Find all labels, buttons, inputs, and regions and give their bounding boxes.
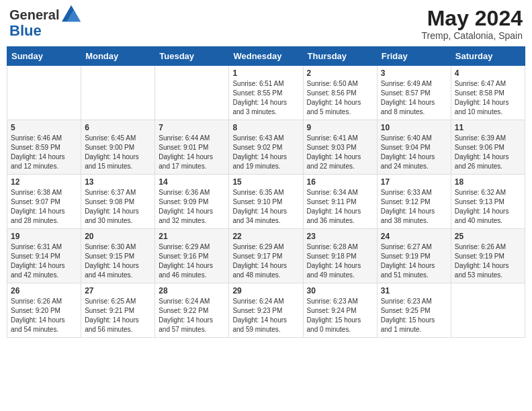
sunrise: Sunrise: 6:36 AM xyxy=(159,188,225,197)
daylight: Daylight: 14 hours and 57 minutes. xyxy=(159,316,225,334)
sunrise: Sunrise: 6:39 AM xyxy=(455,134,521,143)
calendar-cell: 29 Sunrise: 6:24 AM Sunset: 9:23 PM Dayl… xyxy=(229,283,303,338)
day-info: Sunrise: 6:43 AM Sunset: 9:02 PM Dayligh… xyxy=(232,134,299,171)
sunset: Sunset: 9:15 PM xyxy=(85,252,151,261)
sunset: Sunset: 8:55 PM xyxy=(232,89,299,98)
calendar-cell: 30 Sunrise: 6:23 AM Sunset: 9:24 PM Dayl… xyxy=(303,283,377,338)
day-info: Sunrise: 6:24 AM Sunset: 9:23 PM Dayligh… xyxy=(232,297,299,334)
day-info: Sunrise: 6:29 AM Sunset: 9:17 PM Dayligh… xyxy=(232,242,299,280)
daylight: Daylight: 14 hours and 10 minutes. xyxy=(455,98,521,117)
day-number: 18 xyxy=(455,177,521,187)
col-friday: Friday xyxy=(377,47,451,66)
day-info: Sunrise: 6:23 AM Sunset: 9:25 PM Dayligh… xyxy=(381,297,447,334)
calendar-cell: 21 Sunrise: 6:29 AM Sunset: 9:16 PM Dayl… xyxy=(155,229,229,283)
day-info: Sunrise: 6:26 AM Sunset: 9:19 PM Dayligh… xyxy=(455,242,521,280)
sunrise: Sunrise: 6:24 AM xyxy=(159,297,225,306)
calendar-cell: 19 Sunrise: 6:31 AM Sunset: 9:14 PM Dayl… xyxy=(7,229,81,283)
daylight: Daylight: 14 hours and 8 minutes. xyxy=(381,98,447,117)
sunset: Sunset: 9:04 PM xyxy=(381,143,447,152)
day-info: Sunrise: 6:29 AM Sunset: 9:16 PM Dayligh… xyxy=(159,242,225,280)
calendar-cell: 3 Sunrise: 6:49 AM Sunset: 8:57 PM Dayli… xyxy=(377,66,451,120)
calendar-cell: 20 Sunrise: 6:30 AM Sunset: 9:15 PM Dayl… xyxy=(81,229,155,283)
sunrise: Sunrise: 6:47 AM xyxy=(455,79,521,89)
sunset: Sunset: 9:21 PM xyxy=(85,306,151,316)
sunrise: Sunrise: 6:26 AM xyxy=(455,242,521,252)
day-info: Sunrise: 6:40 AM Sunset: 9:04 PM Dayligh… xyxy=(381,134,447,171)
day-number: 30 xyxy=(307,286,373,295)
col-wednesday: Wednesday xyxy=(229,47,303,66)
day-info: Sunrise: 6:24 AM Sunset: 9:22 PM Dayligh… xyxy=(159,297,225,334)
day-number: 1 xyxy=(232,68,299,78)
logo-text-blue: Blue xyxy=(9,23,42,39)
daylight: Daylight: 14 hours and 34 minutes. xyxy=(232,207,299,226)
sunset: Sunset: 9:20 PM xyxy=(11,306,77,316)
daylight: Daylight: 14 hours and 59 minutes. xyxy=(232,316,299,334)
day-number: 20 xyxy=(85,232,151,241)
day-number: 10 xyxy=(381,123,447,132)
daylight: Daylight: 14 hours and 53 minutes. xyxy=(455,261,521,280)
col-tuesday: Tuesday xyxy=(155,47,229,66)
header-row: Sunday Monday Tuesday Wednesday Thursday… xyxy=(7,47,525,66)
sunset: Sunset: 9:00 PM xyxy=(85,143,151,152)
daylight: Daylight: 14 hours and 46 minutes. xyxy=(159,261,225,280)
sunset: Sunset: 9:10 PM xyxy=(232,197,299,207)
calendar-cell: 1 Sunrise: 6:51 AM Sunset: 8:55 PM Dayli… xyxy=(229,66,303,120)
calendar-cell: 12 Sunrise: 6:38 AM Sunset: 9:07 PM Dayl… xyxy=(7,175,81,229)
sunrise: Sunrise: 6:31 AM xyxy=(11,242,77,252)
daylight: Daylight: 14 hours and 56 minutes. xyxy=(85,316,151,334)
sunset: Sunset: 9:01 PM xyxy=(159,143,225,152)
daylight: Daylight: 14 hours and 24 minutes. xyxy=(381,152,447,171)
day-info: Sunrise: 6:23 AM Sunset: 9:24 PM Dayligh… xyxy=(307,297,373,334)
sunrise: Sunrise: 6:25 AM xyxy=(85,297,151,306)
calendar-week-1: 1 Sunrise: 6:51 AM Sunset: 8:55 PM Dayli… xyxy=(7,66,525,120)
calendar-cell: 24 Sunrise: 6:27 AM Sunset: 9:19 PM Dayl… xyxy=(377,229,451,283)
day-number: 6 xyxy=(85,123,151,132)
daylight: Daylight: 14 hours and 44 minutes. xyxy=(85,261,151,280)
calendar-cell: 4 Sunrise: 6:47 AM Sunset: 8:58 PM Dayli… xyxy=(451,66,525,120)
col-sunday: Sunday xyxy=(7,47,81,66)
header: General Blue May 2024 Tremp, Catalonia, … xyxy=(7,7,525,41)
day-number: 22 xyxy=(232,232,299,241)
title-block: May 2024 Tremp, Catalonia, Spain xyxy=(422,7,523,41)
daylight: Daylight: 14 hours and 15 minutes. xyxy=(85,152,151,171)
day-number: 15 xyxy=(232,177,299,187)
sunrise: Sunrise: 6:34 AM xyxy=(307,188,373,197)
sunset: Sunset: 8:56 PM xyxy=(307,89,373,98)
daylight: Daylight: 15 hours and 1 minute. xyxy=(381,316,447,334)
sunset: Sunset: 9:02 PM xyxy=(232,143,299,152)
sunset: Sunset: 8:58 PM xyxy=(455,89,521,98)
sunrise: Sunrise: 6:35 AM xyxy=(232,188,299,197)
location: Tremp, Catalonia, Spain xyxy=(422,30,523,41)
calendar-cell: 17 Sunrise: 6:33 AM Sunset: 9:12 PM Dayl… xyxy=(377,175,451,229)
day-number: 16 xyxy=(307,177,373,187)
sunrise: Sunrise: 6:30 AM xyxy=(85,242,151,252)
daylight: Daylight: 14 hours and 3 minutes. xyxy=(232,98,299,117)
day-number: 27 xyxy=(85,286,151,295)
day-number: 24 xyxy=(381,232,447,241)
daylight: Daylight: 14 hours and 22 minutes. xyxy=(307,152,373,171)
day-number: 19 xyxy=(11,232,77,241)
day-info: Sunrise: 6:27 AM Sunset: 9:19 PM Dayligh… xyxy=(381,242,447,280)
day-number: 29 xyxy=(232,286,299,295)
sunset: Sunset: 9:23 PM xyxy=(232,306,299,316)
sunset: Sunset: 9:16 PM xyxy=(159,252,225,261)
daylight: Daylight: 14 hours and 30 minutes. xyxy=(85,207,151,226)
calendar-week-2: 5 Sunrise: 6:46 AM Sunset: 8:59 PM Dayli… xyxy=(7,120,525,175)
sunrise: Sunrise: 6:37 AM xyxy=(85,188,151,197)
day-info: Sunrise: 6:35 AM Sunset: 9:10 PM Dayligh… xyxy=(232,188,299,226)
sunset: Sunset: 9:13 PM xyxy=(455,197,521,207)
sunrise: Sunrise: 6:43 AM xyxy=(232,134,299,143)
calendar-cell: 15 Sunrise: 6:35 AM Sunset: 9:10 PM Dayl… xyxy=(229,175,303,229)
sunrise: Sunrise: 6:26 AM xyxy=(11,297,77,306)
calendar-cell: 28 Sunrise: 6:24 AM Sunset: 9:22 PM Dayl… xyxy=(155,283,229,338)
sunset: Sunset: 9:17 PM xyxy=(232,252,299,261)
day-number: 8 xyxy=(232,123,299,132)
day-info: Sunrise: 6:30 AM Sunset: 9:15 PM Dayligh… xyxy=(85,242,151,280)
day-info: Sunrise: 6:47 AM Sunset: 8:58 PM Dayligh… xyxy=(455,79,521,117)
daylight: Daylight: 14 hours and 36 minutes. xyxy=(307,207,373,226)
day-number: 12 xyxy=(11,177,77,187)
month-year: May 2024 xyxy=(422,7,523,30)
col-saturday: Saturday xyxy=(451,47,525,66)
sunrise: Sunrise: 6:44 AM xyxy=(159,134,225,143)
sunrise: Sunrise: 6:50 AM xyxy=(307,79,373,89)
